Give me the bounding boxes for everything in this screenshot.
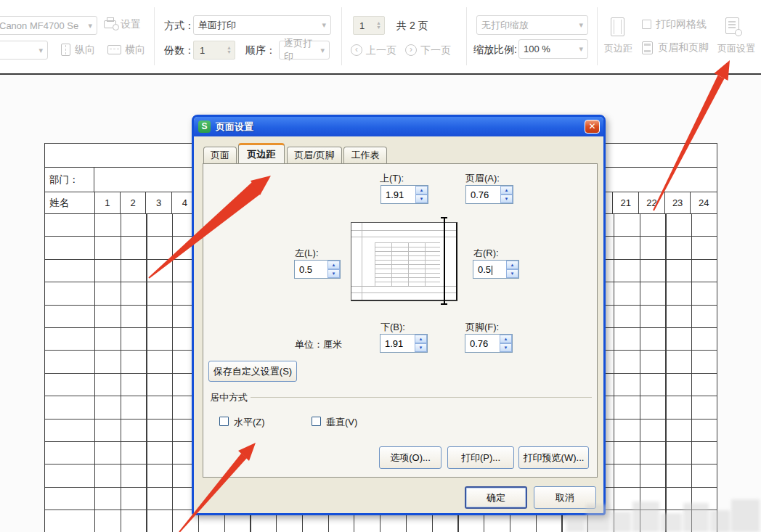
dialog-titlebar[interactable]: S 页面设置 ✕ — [194, 117, 603, 136]
printer-settings-icon — [104, 20, 116, 28]
col-number-cell: 1 — [94, 192, 121, 213]
spin-up-icon[interactable]: ▲ — [415, 186, 428, 195]
margin-bottom-label: 下(B): — [380, 321, 405, 334]
col-number-cell: 24 — [691, 192, 717, 213]
header-margin-value[interactable]: 0.76 — [466, 186, 500, 203]
spin-up-icon[interactable]: ▲ — [327, 261, 340, 269]
print-mode-label: 方式： — [164, 20, 195, 33]
margin-right-value[interactable]: 0.5 — [473, 261, 506, 278]
margin-left-value[interactable]: 0.5 — [295, 261, 327, 278]
spin-down-icon[interactable]: ▼ — [415, 195, 428, 203]
printer-select-value: Canon MF4700 Se — [0, 20, 78, 31]
paper-select[interactable]: ▾ — [0, 41, 48, 60]
scale-mode-value: 无打印缩放 — [481, 19, 529, 32]
page-setup-dialog: S 页面设置 ✕ 页面 页边距 页眉/页脚 工作表 上(T): 1.91 ▲▼ … — [192, 115, 606, 515]
footer-margin-stepper[interactable]: 0.76 ▲▼ — [465, 334, 513, 353]
page-number-stepper[interactable]: 1 ▲▼ — [353, 16, 385, 35]
spin-down-icon[interactable]: ▼ — [506, 269, 518, 278]
gridlines-label: 打印网格线 — [656, 18, 707, 31]
margins-button[interactable]: 页边距 — [604, 42, 632, 55]
stepper-arrows-icon[interactable]: ▲▼ — [376, 21, 381, 30]
margin-bottom-stepper[interactable]: 1.91 ▲▼ — [380, 334, 428, 353]
print-button[interactable]: 打印(P)... — [447, 446, 514, 469]
horizontal-center-checkbox[interactable] — [219, 417, 229, 426]
scale-label: 缩放比例: — [473, 44, 517, 57]
portrait-button[interactable]: 纵向 — [75, 44, 95, 57]
print-preview-button[interactable]: 打印预览(W)... — [518, 446, 589, 469]
stepper-arrows-icon[interactable]: ▲▼ — [227, 46, 232, 54]
ok-button[interactable]: 确定 — [465, 486, 527, 509]
col-number-cell: 2 — [121, 192, 147, 213]
col-number-cell: 3 — [146, 192, 172, 213]
tab-page[interactable]: 页面 — [203, 147, 237, 163]
margin-top-label: 上(T): — [380, 172, 404, 185]
spin-down-icon[interactable]: ▼ — [500, 343, 512, 352]
col-number-cell: 21 — [613, 192, 639, 213]
landscape-button[interactable]: 横向 — [125, 44, 145, 57]
prev-page-button[interactable]: 上一页 — [366, 44, 396, 57]
next-page-button[interactable]: 下一页 — [420, 44, 451, 57]
copies-stepper[interactable]: 1 ▲▼ — [193, 41, 235, 60]
chevron-down-icon: ▾ — [38, 46, 43, 55]
save-custom-settings-button[interactable]: 保存自定义设置(S) — [208, 361, 297, 382]
margin-top-value[interactable]: 1.91 — [381, 186, 415, 203]
margin-right-label: 右(R): — [473, 247, 499, 260]
chevron-down-icon: ▾ — [579, 20, 583, 30]
spin-down-icon[interactable]: ▼ — [327, 269, 340, 278]
col-number-cell: 22 — [639, 192, 665, 213]
scale-mode-select[interactable]: 无打印缩放 ▾ — [476, 15, 588, 35]
scale-value: 100 % — [524, 44, 550, 54]
header-footer-icon — [642, 41, 653, 54]
margin-left-stepper[interactable]: 0.5 ▲▼ — [294, 260, 341, 279]
margin-bottom-value[interactable]: 1.91 — [380, 335, 415, 352]
order-select[interactable]: 逐页打印 ▾ — [279, 41, 330, 60]
order-value: 逐页打印 — [284, 37, 320, 63]
spin-up-icon[interactable]: ▲ — [500, 186, 513, 195]
toolbar-divider — [466, 7, 467, 65]
pages-total-label: 共 2 页 — [396, 20, 428, 33]
spin-up-icon[interactable]: ▲ — [500, 335, 512, 343]
horizontal-center-label: 水平(Z) — [234, 416, 265, 429]
close-icon: ✕ — [588, 121, 595, 131]
spin-up-icon[interactable]: ▲ — [415, 335, 427, 343]
copies-label: 份数： — [164, 44, 195, 57]
margin-preview-thumbnail — [351, 222, 457, 301]
wps-logo-icon: S — [198, 120, 211, 133]
tab-worksheet[interactable]: 工作表 — [343, 147, 387, 163]
toolbar-divider — [154, 7, 155, 65]
spin-up-icon[interactable]: ▲ — [506, 261, 518, 269]
text-cursor — [492, 266, 492, 275]
printer-select[interactable]: Canon MF4700 Se ▾ — [0, 16, 97, 35]
next-page-icon: › — [405, 44, 417, 56]
group-divider-line — [251, 397, 592, 398]
dept-cell: 部门： — [45, 168, 94, 192]
footer-margin-label: 页脚(F): — [465, 321, 499, 334]
scale-select[interactable]: 100 % ▾ — [518, 39, 588, 59]
vertical-center-label: 垂直(V) — [326, 416, 357, 429]
page-setup-icon — [725, 17, 739, 34]
right-margin-drag-line[interactable] — [444, 217, 445, 305]
tab-margins[interactable]: 页边距 — [238, 143, 285, 163]
toolbar-divider — [597, 7, 598, 65]
printer-settings-button[interactable]: 设置 — [121, 18, 141, 31]
prev-page-icon: ‹ — [351, 44, 362, 56]
close-button[interactable]: ✕ — [585, 120, 600, 134]
print-mode-select[interactable]: 单面打印 ▾ — [193, 15, 331, 35]
vertical-center-checkbox[interactable] — [312, 417, 321, 426]
header-margin-stepper[interactable]: 0.76 ▲▼ — [465, 185, 513, 204]
copies-value: 1 — [200, 45, 205, 56]
spin-down-icon[interactable]: ▼ — [415, 343, 427, 352]
portrait-icon — [61, 44, 70, 56]
margin-right-stepper[interactable]: 0.5 ▲▼ — [473, 260, 519, 279]
options-button[interactable]: 选项(O)... — [379, 446, 441, 469]
tab-header-footer[interactable]: 页眉/页脚 — [287, 147, 342, 163]
print-toolbar: Canon MF4700 Se ▾ 设置 ▾ 纵向 横向 方式： 单面打印 ▾ … — [0, 0, 761, 73]
page-setup-button[interactable]: 页面设置 — [717, 42, 755, 55]
toolbar-bottom-divider — [0, 73, 761, 75]
footer-margin-value[interactable]: 0.76 — [465, 335, 500, 352]
margin-top-stepper[interactable]: 1.91 ▲▼ — [380, 185, 428, 204]
unit-label: 单位：厘米 — [295, 338, 342, 351]
header-footer-button[interactable]: 页眉和页脚 — [658, 41, 709, 54]
gridlines-checkbox[interactable] — [642, 20, 651, 29]
spin-down-icon[interactable]: ▼ — [500, 195, 513, 203]
